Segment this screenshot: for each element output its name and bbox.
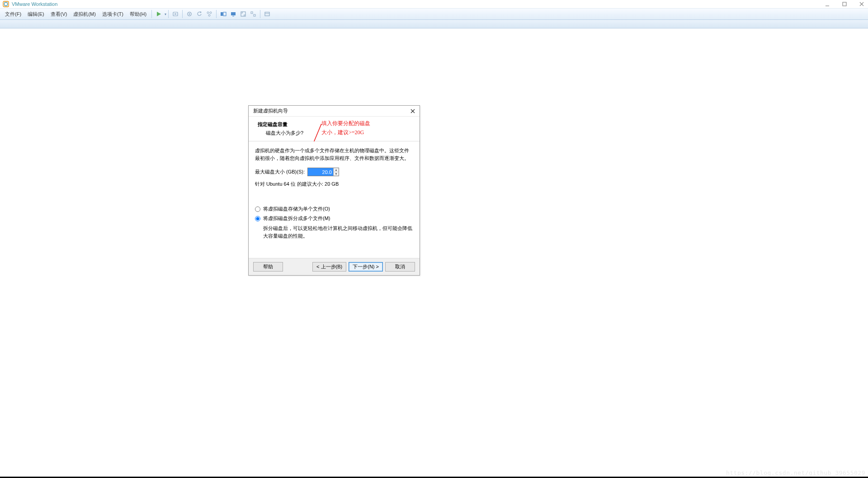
svg-rect-17	[231, 12, 236, 15]
help-button[interactable]: 帮助	[253, 262, 283, 272]
svg-marker-6	[157, 12, 161, 16]
tab-strip	[0, 20, 868, 28]
svg-point-12	[207, 12, 209, 14]
thumbnail-icon[interactable]	[263, 10, 271, 18]
toolbar-separator	[151, 10, 152, 18]
dialog-title: 新建虚拟机向导	[253, 108, 288, 114]
svg-marker-11	[200, 11, 202, 13]
svg-rect-22	[265, 12, 269, 16]
back-button[interactable]: < 上一步(B)	[312, 262, 346, 272]
toolbar-separator	[216, 10, 217, 18]
disk-size-label: 最大磁盘大小 (GB)(S):	[255, 169, 305, 175]
dialog-header: 指定磁盘容量 磁盘大小为多少? 填入你要分配的磁盘 大小，建议>=20G	[249, 117, 420, 141]
dialog-body: 虚拟机的硬盘作为一个或多个文件存储在主机的物理磁盘中。这些文件最初很小，随着您向…	[249, 141, 420, 258]
radio-single-file-input[interactable]	[255, 206, 260, 212]
toolbar-separator	[260, 10, 260, 18]
window-controls	[823, 0, 866, 8]
window-title: VMware Workstation	[12, 1, 57, 7]
radio-single-file[interactable]: 将虚拟磁盘存储为单个文件(O)	[255, 206, 413, 212]
next-button[interactable]: 下一步(N) >	[349, 262, 383, 272]
disk-size-row: 最大磁盘大小 (GB)(S): ▲ ▼	[255, 168, 413, 176]
spin-up-button[interactable]: ▲	[334, 168, 339, 172]
spin-down-button[interactable]: ▼	[334, 172, 339, 176]
radio-single-file-label: 将虚拟磁盘存储为单个文件(O)	[263, 206, 330, 212]
menubar: 文件(F) 编辑(E) 查看(V) 虚拟机(M) 选项卡(T) 帮助(H) ▾	[0, 8, 868, 20]
close-button[interactable]	[857, 1, 866, 7]
dialog-titlebar: 新建虚拟机向导	[249, 106, 420, 117]
disk-size-input[interactable]	[308, 168, 333, 176]
maximize-button[interactable]	[840, 1, 849, 7]
menu-vm[interactable]: 虚拟机(M)	[70, 9, 99, 19]
cancel-button[interactable]: 取消	[385, 262, 415, 272]
snapshot-revert-icon[interactable]	[195, 10, 203, 18]
snapshot-take-icon[interactable]	[185, 10, 193, 18]
svg-point-13	[210, 12, 212, 14]
send-ctrl-alt-del-icon[interactable]	[171, 10, 179, 18]
disk-size-spinner: ▲ ▼	[307, 168, 339, 176]
dialog-header-subtitle: 磁盘大小为多少?	[258, 128, 413, 136]
svg-rect-20	[251, 12, 253, 14]
svg-rect-18	[232, 16, 234, 16]
dialog-header-title: 指定磁盘容量	[258, 121, 413, 128]
toolbar-separator	[182, 10, 183, 18]
radio-split-files-input[interactable]	[255, 216, 260, 221]
svg-rect-8	[175, 14, 176, 14]
svg-rect-0	[3, 1, 9, 7]
minimize-button[interactable]	[823, 1, 832, 7]
new-vm-wizard-dialog: 新建虚拟机向导 指定磁盘容量 磁盘大小为多少? 填入你要分配的磁盘 大小，建议>…	[248, 105, 420, 276]
dialog-footer: 帮助 < 上一步(B) 下一步(N) > 取消	[249, 258, 420, 275]
fullscreen-icon[interactable]	[239, 10, 247, 18]
radio-split-files[interactable]: 将虚拟磁盘拆分成多个文件(M)	[255, 215, 413, 222]
svg-rect-16	[223, 12, 226, 16]
show-console-icon[interactable]	[229, 10, 237, 18]
radio-split-help-text: 拆分磁盘后，可以更轻松地在计算机之间移动虚拟机，但可能会降低大容量磁盘的性能。	[255, 225, 413, 240]
svg-rect-21	[254, 14, 255, 16]
vmware-logo-icon	[3, 1, 9, 7]
power-dropdown-icon[interactable]: ▾	[165, 12, 166, 16]
toolbar-separator	[168, 10, 169, 18]
window-titlebar: VMware Workstation	[0, 0, 868, 8]
menu-edit[interactable]: 编辑(E)	[24, 9, 47, 19]
watermark-text: https://blog.csdn.net/github_39655029	[726, 469, 865, 476]
svg-rect-3	[843, 2, 846, 6]
svg-point-14	[208, 14, 210, 16]
menu-file[interactable]: 文件(F)	[2, 9, 24, 19]
menu-tabs[interactable]: 选项卡(T)	[99, 9, 127, 19]
svg-point-10	[189, 14, 190, 15]
main-content	[0, 28, 868, 478]
svg-rect-19	[241, 12, 245, 16]
svg-rect-15	[221, 12, 223, 16]
dialog-close-button[interactable]	[409, 107, 417, 115]
power-on-icon[interactable]	[155, 10, 163, 18]
menu-help[interactable]: 帮助(H)	[127, 9, 150, 19]
menu-view[interactable]: 查看(V)	[47, 9, 71, 19]
show-library-icon[interactable]	[219, 10, 227, 18]
recommended-size-text: 针对 Ubuntu 64 位 的建议大小: 20 GB	[255, 181, 413, 187]
unity-icon[interactable]	[249, 10, 257, 18]
disk-description: 虚拟机的硬盘作为一个或多个文件存储在主机的物理磁盘中。这些文件最初很小，随着您向…	[255, 147, 413, 162]
radio-split-files-label: 将虚拟磁盘拆分成多个文件(M)	[263, 215, 330, 222]
snapshot-manager-icon[interactable]	[205, 10, 213, 18]
